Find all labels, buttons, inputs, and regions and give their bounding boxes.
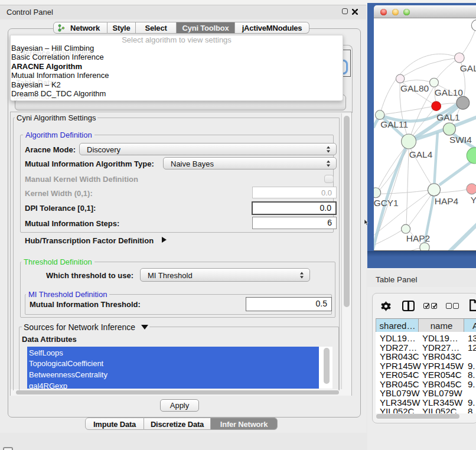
- svg-text:GAL1: GAL1: [436, 112, 460, 122]
- svg-text:HAP2: HAP2: [406, 233, 430, 243]
- svg-text:GAL10: GAL10: [435, 87, 463, 97]
- svg-text:GAL80: GAL80: [400, 83, 429, 93]
- svg-text:GAL11: GAL11: [380, 119, 408, 129]
- svg-text:HAP4: HAP4: [435, 196, 459, 206]
- svg-text:GAL7: GAL7: [460, 63, 476, 73]
- svg-text:GAL4: GAL4: [409, 149, 433, 159]
- svg-text:GCY1: GCY1: [374, 198, 399, 208]
- svg-text:YER0: YER0: [471, 195, 476, 205]
- svg-text:SWI4: SWI4: [449, 135, 472, 145]
